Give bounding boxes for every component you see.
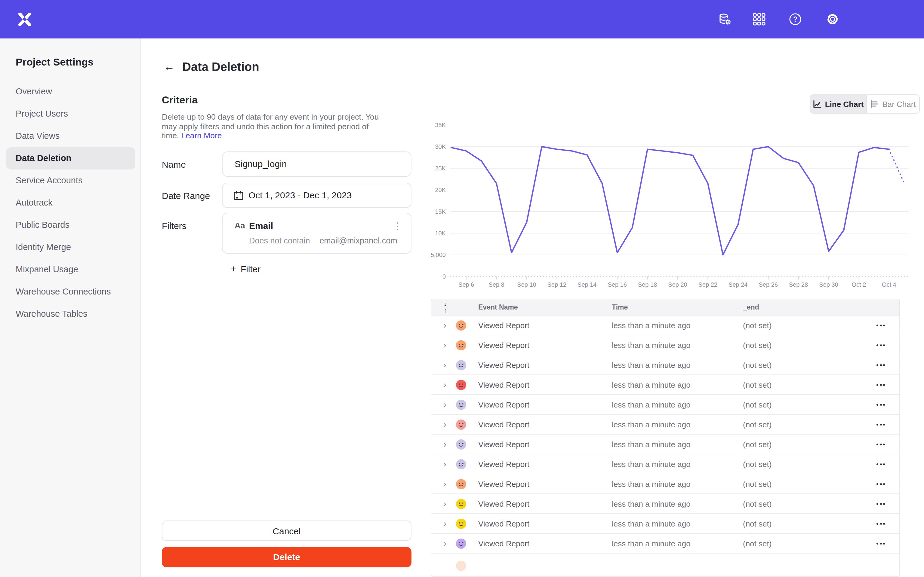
table-row: › Viewed Report less than a minute ago (…: [431, 395, 899, 415]
sidebar-item[interactable]: Data Views: [0, 125, 140, 147]
filters-label: Filters: [162, 221, 186, 231]
chevron-right-icon[interactable]: ›: [443, 379, 446, 390]
name-label: Name: [162, 159, 186, 169]
end-cell: (not set): [743, 341, 772, 350]
row-actions-kebab-icon[interactable]: [877, 324, 885, 326]
sort-rows-icon[interactable]: ↓ ↑: [441, 301, 449, 314]
chevron-right-icon[interactable]: ›: [443, 518, 446, 528]
learn-more-link[interactable]: Learn More: [181, 131, 222, 140]
sidebar-item[interactable]: Data Deletion: [6, 147, 135, 169]
chevron-right-icon[interactable]: ›: [443, 479, 446, 488]
data-management-icon[interactable]: [718, 12, 732, 26]
line-chart-toggle[interactable]: Line Chart: [810, 94, 867, 114]
avatar: [456, 419, 466, 430]
end-cell: (not set): [743, 321, 772, 330]
event-name-cell: Viewed Report: [478, 341, 529, 350]
row-actions-kebab-icon[interactable]: [877, 443, 885, 445]
sidebar-item[interactable]: Identity Merge: [0, 236, 140, 258]
row-actions-kebab-icon[interactable]: [877, 344, 885, 346]
sidebar-item[interactable]: Public Boards: [0, 214, 140, 236]
svg-text:0: 0: [443, 273, 446, 280]
sidebar-item[interactable]: Service Accounts: [0, 169, 140, 192]
row-actions-kebab-icon[interactable]: [877, 404, 885, 406]
row-actions-kebab-icon[interactable]: [877, 523, 885, 525]
calendar-icon: [233, 190, 244, 201]
mixpanel-logo-icon[interactable]: [18, 13, 31, 26]
end-cell: (not set): [743, 420, 772, 429]
cancel-button[interactable]: Cancel: [162, 521, 412, 541]
svg-text:?: ?: [793, 15, 797, 23]
avatar: [456, 380, 466, 390]
date-range-input[interactable]: Oct 1, 2023 - Dec 1, 2023: [222, 183, 412, 208]
chevron-right-icon[interactable]: ›: [443, 399, 446, 409]
plus-icon: +: [230, 263, 236, 275]
svg-text:Sep 6: Sep 6: [459, 281, 474, 288]
page-title: Data Deletion: [182, 60, 259, 74]
time-cell: less than a minute ago: [612, 380, 691, 390]
events-line-chart: 05,00010K15K20K25K30K35KSep 6Sep 8Sep 10…: [431, 118, 924, 293]
svg-text:15K: 15K: [435, 208, 446, 215]
svg-text:Sep 20: Sep 20: [668, 281, 687, 288]
criteria-description-line3: time. Learn More: [162, 131, 396, 140]
row-actions-kebab-icon[interactable]: [877, 384, 885, 386]
name-input[interactable]: Signup_login: [222, 152, 412, 177]
table-row: › Viewed Report less than a minute ago (…: [431, 375, 899, 395]
event-name-cell: Viewed Report: [478, 380, 529, 390]
settings-gear-icon[interactable]: [825, 12, 840, 26]
svg-text:Sep 14: Sep 14: [577, 281, 596, 288]
add-filter-button[interactable]: +Filter: [230, 263, 261, 275]
end-cell: (not set): [743, 400, 772, 409]
chevron-right-icon[interactable]: ›: [443, 419, 446, 429]
row-actions-kebab-icon[interactable]: [877, 543, 885, 545]
filter-operator[interactable]: Does not contain: [249, 236, 310, 245]
row-actions-kebab-icon[interactable]: [877, 463, 885, 465]
help-icon[interactable]: ?: [788, 12, 803, 26]
event-name-cell: Viewed Report: [478, 321, 529, 330]
event-name-cell: Viewed Report: [478, 361, 529, 370]
sidebar-item[interactable]: Overview: [0, 81, 140, 103]
sidebar-item[interactable]: Mixpanel Usage: [0, 258, 140, 281]
row-actions-kebab-icon[interactable]: [877, 503, 885, 505]
row-actions-kebab-icon[interactable]: [877, 364, 885, 366]
column-header-end[interactable]: _end: [743, 303, 759, 311]
filter-kebab-icon[interactable]: ⋮: [393, 221, 401, 231]
table-header-row: ↓ ↑ Event Name Time _end: [431, 299, 899, 316]
row-actions-kebab-icon[interactable]: [877, 424, 885, 425]
back-arrow-icon[interactable]: ←: [162, 60, 176, 74]
svg-text:20K: 20K: [435, 187, 446, 193]
column-header-time[interactable]: Time: [612, 303, 628, 311]
end-cell: (not set): [743, 539, 772, 548]
chevron-right-icon[interactable]: ›: [443, 498, 446, 508]
svg-text:25K: 25K: [435, 165, 446, 172]
avatar: [456, 400, 466, 410]
sidebar-item[interactable]: Warehouse Connections: [0, 281, 140, 303]
chevron-right-icon[interactable]: ›: [443, 538, 446, 548]
add-filter-label: Filter: [241, 264, 261, 274]
filter-card[interactable]: Aa Email Does not contain email@mixpanel…: [222, 213, 412, 254]
sidebar-item[interactable]: Project Users: [0, 103, 140, 125]
sidebar-item[interactable]: Autotrack: [0, 192, 140, 214]
avatar: [456, 479, 466, 489]
svg-text:Oct 4: Oct 4: [882, 281, 897, 288]
filter-value[interactable]: email@mixpanel.com: [320, 236, 397, 245]
chevron-right-icon[interactable]: ›: [443, 459, 446, 469]
chevron-right-icon[interactable]: ›: [443, 439, 446, 449]
string-property-type-icon: Aa: [234, 221, 245, 230]
svg-text:35K: 35K: [435, 122, 446, 128]
apps-grid-icon[interactable]: [752, 12, 766, 26]
table-row: › Viewed Report less than a minute ago (…: [431, 534, 899, 554]
bar-chart-toggle[interactable]: Bar Chart: [867, 94, 920, 114]
column-header-event-name[interactable]: Event Name: [478, 303, 518, 311]
chevron-right-icon[interactable]: ›: [443, 320, 446, 330]
row-actions-kebab-icon[interactable]: [877, 483, 885, 485]
end-cell: (not set): [743, 460, 772, 469]
chevron-right-icon[interactable]: ›: [443, 340, 446, 350]
filter-property: Email: [249, 221, 273, 231]
end-cell: (not set): [743, 380, 772, 390]
partial-row-avatar: [456, 561, 466, 571]
svg-text:Sep 30: Sep 30: [819, 281, 838, 288]
bar-chart-icon: [870, 100, 879, 108]
chevron-right-icon[interactable]: ›: [443, 359, 446, 370]
sidebar-item[interactable]: Warehouse Tables: [0, 303, 140, 325]
delete-button[interactable]: Delete: [162, 547, 412, 567]
